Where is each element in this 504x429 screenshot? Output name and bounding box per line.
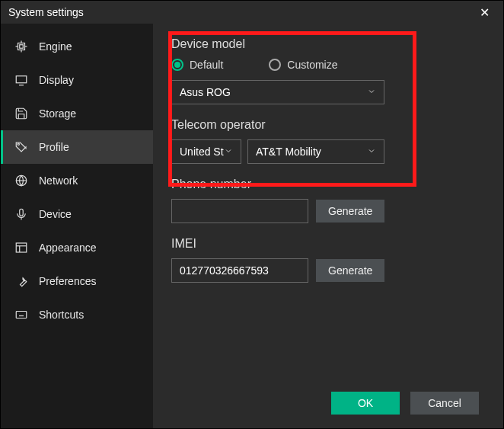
sidebar-item-preferences[interactable]: Preferences xyxy=(1,264,153,298)
window-title: System settings xyxy=(8,6,473,18)
radio-customize[interactable]: Customize xyxy=(269,59,337,71)
svg-rect-6 xyxy=(16,76,27,83)
svg-rect-13 xyxy=(16,243,27,252)
device-model-select[interactable]: Asus ROG xyxy=(171,80,384,104)
sidebar: Engine Display Storage Profile xyxy=(1,24,153,428)
svg-rect-0 xyxy=(18,43,25,50)
select-value: AT&T Mobility xyxy=(256,146,321,158)
telecom-section: Telecom operator United Sta AT&T Mobilit… xyxy=(171,118,485,164)
wrench-icon xyxy=(14,274,28,288)
window-body: Engine Display Storage Profile xyxy=(1,24,503,428)
keyboard-icon xyxy=(14,308,28,322)
generate-imei-button[interactable]: Generate xyxy=(316,259,384,282)
sidebar-item-display[interactable]: Display xyxy=(1,63,153,97)
chevron-down-icon xyxy=(224,146,233,158)
display-icon xyxy=(14,73,28,87)
sidebar-item-label: Shortcuts xyxy=(39,309,84,321)
sidebar-item-label: Preferences xyxy=(39,275,96,287)
mic-icon xyxy=(14,207,28,221)
sidebar-item-engine[interactable]: Engine xyxy=(1,30,153,63)
ok-button[interactable]: OK xyxy=(331,392,400,415)
radio-on-icon xyxy=(171,59,183,71)
svg-point-8 xyxy=(18,143,19,145)
generate-phone-button[interactable]: Generate xyxy=(316,200,384,223)
chevron-down-icon xyxy=(367,146,376,158)
sidebar-item-label: Display xyxy=(39,74,74,86)
telecom-title: Telecom operator xyxy=(171,118,485,132)
device-model-title: Device model xyxy=(171,37,485,51)
svg-rect-16 xyxy=(16,312,27,319)
close-icon: ✕ xyxy=(480,5,490,20)
layout-icon xyxy=(14,241,28,255)
select-value: United Sta xyxy=(180,146,224,158)
svg-rect-1 xyxy=(20,45,24,49)
close-button[interactable]: ✕ xyxy=(473,1,496,24)
titlebar: System settings ✕ xyxy=(1,1,503,24)
radio-label: Default xyxy=(190,59,223,71)
sidebar-item-label: Appearance xyxy=(39,242,97,254)
radio-off-icon xyxy=(269,59,281,71)
sidebar-item-label: Network xyxy=(39,174,78,187)
footer: OK Cancel xyxy=(171,378,485,428)
sidebar-item-profile[interactable]: Profile xyxy=(1,130,153,164)
sidebar-item-network[interactable]: Network xyxy=(1,164,153,197)
tag-icon xyxy=(14,140,28,154)
cpu-icon xyxy=(14,40,28,53)
imei-title: IMEI xyxy=(171,237,485,251)
sidebar-item-label: Profile xyxy=(39,141,69,153)
select-value: Asus ROG xyxy=(180,86,231,98)
sidebar-item-device[interactable]: Device xyxy=(1,197,153,231)
svg-rect-11 xyxy=(20,209,24,216)
chevron-down-icon xyxy=(367,87,376,98)
radio-label: Customize xyxy=(287,59,337,71)
device-model-section: Device model Default Customize Asus ROG xyxy=(171,37,485,104)
sidebar-item-label: Storage xyxy=(39,107,76,120)
imei-input[interactable] xyxy=(171,258,308,283)
imei-section: IMEI Generate xyxy=(171,237,485,283)
device-model-radios: Default Customize xyxy=(171,59,485,71)
phone-input[interactable] xyxy=(171,199,308,223)
sidebar-item-label: Device xyxy=(39,208,72,220)
radio-default[interactable]: Default xyxy=(171,59,223,71)
settings-window: System settings ✕ Engine Display xyxy=(0,0,504,429)
globe-icon xyxy=(14,174,28,187)
sidebar-item-shortcuts[interactable]: Shortcuts xyxy=(1,298,153,331)
cancel-button[interactable]: Cancel xyxy=(410,392,479,415)
phone-section: Phone number Generate xyxy=(171,178,485,223)
main-panel: Device model Default Customize Asus ROG xyxy=(153,24,503,428)
sidebar-item-appearance[interactable]: Appearance xyxy=(1,231,153,264)
sidebar-item-label: Engine xyxy=(39,40,72,53)
save-icon xyxy=(14,107,28,120)
sidebar-item-storage[interactable]: Storage xyxy=(1,97,153,130)
phone-title: Phone number xyxy=(171,178,485,191)
country-select[interactable]: United Sta xyxy=(171,139,241,164)
operator-select[interactable]: AT&T Mobility xyxy=(247,139,384,164)
